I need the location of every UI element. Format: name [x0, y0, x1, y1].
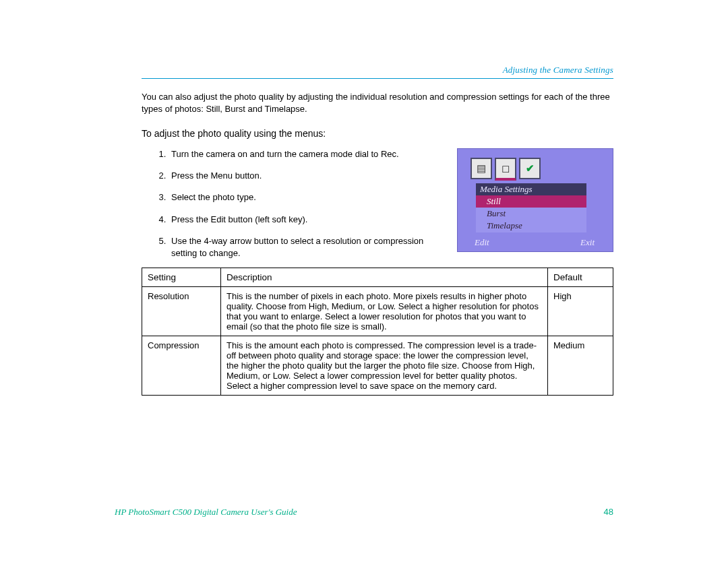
step-item: Turn the camera on and turn the camera m… — [169, 148, 438, 160]
settings-table: Setting Description Default Resolution T… — [142, 268, 613, 396]
step-text: Turn the camera on and turn the camera m… — [171, 149, 381, 159]
setting-description: This is the number of pixels in each pho… — [221, 287, 548, 336]
table-header-row: Setting Description Default — [142, 268, 613, 287]
camera-lcd-screenshot: ▤ ◻ ✔ Media Settings Still Burst Timelap… — [457, 148, 613, 252]
step-item: Press the Edit button (left soft key). — [169, 214, 438, 226]
table-row: Resolution This is the number of pixels … — [142, 287, 613, 336]
softkey-left: Edit — [475, 237, 489, 248]
check-icon: ✔ — [519, 158, 541, 179]
setting-name: Resolution — [142, 287, 221, 336]
step-text: Select the photo type. — [171, 192, 256, 202]
step-em: Menu — [211, 170, 233, 181]
camera-icon: ◻ — [495, 158, 516, 181]
page-footer: HP PhotoSmart C500 Digital Camera User's… — [115, 507, 613, 518]
menu-item-burst: Burst — [476, 208, 586, 220]
setting-description: This is the amount each photo is compres… — [221, 336, 548, 396]
footer-guide-title: HP PhotoSmart C500 Digital Camera User's… — [115, 507, 297, 518]
content-row: Turn the camera on and turn the camera m… — [142, 148, 613, 259]
document-page: Adjusting the Camera Settings You can al… — [0, 0, 728, 396]
setting-default: High — [548, 287, 613, 336]
setting-default: Medium — [548, 336, 613, 396]
section-header: Adjusting the Camera Settings — [142, 65, 613, 75]
table-row: Compression This is the amount each phot… — [142, 336, 613, 396]
step-text: Press the — [171, 214, 211, 224]
step-text: button. — [233, 170, 262, 181]
step-item: Press the Menu button. — [169, 170, 438, 182]
setting-name: Compression — [142, 336, 221, 396]
step-em: Rec — [381, 149, 396, 159]
table-header: Description — [221, 268, 548, 287]
step-text: Use the 4-way arrow button to select a r… — [171, 236, 423, 258]
footer-page-number: 48 — [604, 507, 613, 518]
table-header: Default — [548, 268, 613, 287]
lcd-toolbar: ▤ ◻ ✔ — [471, 158, 541, 181]
lcd-softkeys: Edit Exit — [475, 237, 595, 248]
softkey-right: Exit — [580, 237, 595, 248]
header-rule — [142, 78, 613, 79]
menu-header: Media Settings — [476, 183, 586, 195]
table-header: Setting — [142, 268, 221, 287]
step-em: Edit — [211, 214, 226, 224]
steps-list: Turn the camera on and turn the camera m… — [142, 148, 438, 259]
subheading: To adjust the photo quality using the me… — [142, 128, 613, 139]
document-icon: ▤ — [471, 158, 492, 179]
lcd-menu: Media Settings Still Burst Timelapse — [476, 183, 586, 232]
step-text: Press the — [171, 170, 211, 181]
intro-paragraph: You can also adjust the photo quality by… — [142, 91, 613, 115]
menu-item-timelapse: Timelapse — [476, 220, 586, 232]
step-text: . — [396, 149, 399, 159]
step-item: Select the photo type. — [169, 191, 438, 204]
menu-item-still: Still — [476, 195, 586, 208]
step-text: button (left soft key). — [226, 214, 307, 224]
step-item: Use the 4-way arrow button to select a r… — [169, 235, 438, 259]
